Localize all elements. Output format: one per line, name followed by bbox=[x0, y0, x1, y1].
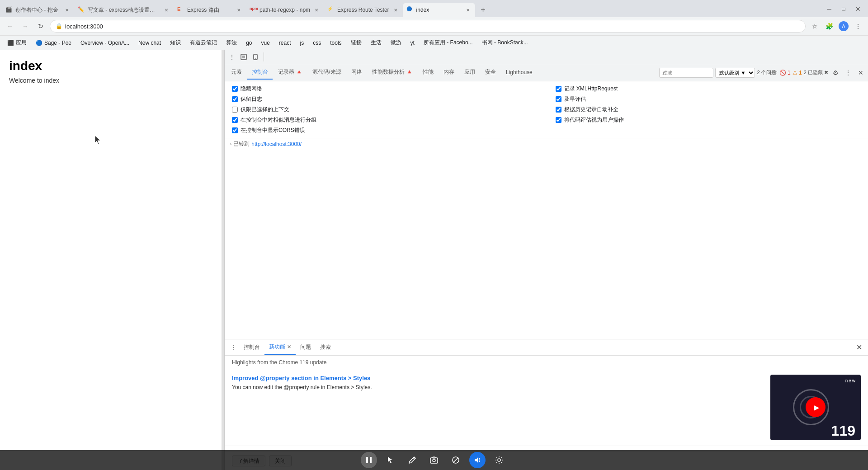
devtools-inspect-button[interactable] bbox=[238, 52, 249, 62]
pause-toolbar-button[interactable] bbox=[361, 452, 377, 468]
bookmark-zhishi[interactable]: 知识 bbox=[166, 38, 184, 48]
devtools-tab-recorder[interactable]: 记录器 🔺 bbox=[274, 66, 307, 80]
devtools-tab-lighthouse[interactable]: Lighthouse bbox=[501, 66, 537, 80]
devtools-menu-button[interactable]: ⋮ bbox=[226, 52, 237, 62]
forward-button[interactable]: → bbox=[19, 20, 32, 33]
bookmark-yt[interactable]: yt bbox=[407, 38, 418, 48]
bookmark-bookstack[interactable]: 书网 - BookStack... bbox=[478, 38, 532, 48]
separator-1 bbox=[264, 52, 264, 61]
tab-close-1[interactable]: ✕ bbox=[63, 6, 71, 14]
bookmark-js[interactable]: js bbox=[297, 38, 308, 48]
audio-toolbar-button[interactable] bbox=[469, 452, 486, 468]
cors-errors-checkbox[interactable] bbox=[232, 127, 238, 133]
console-filter-input[interactable] bbox=[659, 68, 713, 78]
devtools-tab-application[interactable]: 应用 bbox=[460, 66, 480, 80]
tab-index[interactable]: 🔵 index ✕ bbox=[403, 3, 475, 17]
bookmark-life[interactable]: 生活 bbox=[367, 38, 385, 48]
reload-button[interactable]: ↻ bbox=[34, 20, 47, 33]
devtools-tab-performance[interactable]: 性能 bbox=[418, 66, 438, 80]
devtools-tab-sources[interactable]: 源代码/来源 bbox=[308, 66, 345, 80]
tab-article[interactable]: ✏️ 写文章 - express动态设置路由... ✕ bbox=[74, 3, 174, 17]
back-button[interactable]: ← bbox=[4, 20, 16, 33]
tab-close-5[interactable]: ✕ bbox=[392, 6, 399, 14]
block-toolbar-button[interactable] bbox=[448, 452, 464, 468]
tab-express[interactable]: E Express 路由 ✕ bbox=[174, 3, 246, 17]
console-content: › 已转到 http://localhost:3000/ bbox=[225, 138, 868, 339]
devtools-device-button[interactable] bbox=[250, 52, 261, 62]
bookmark-youdao[interactable]: 有道云笔记 bbox=[186, 38, 221, 48]
svg-line-11 bbox=[453, 458, 458, 463]
cors-errors-label: 在控制台中显示CORS错误 bbox=[241, 127, 305, 134]
bookmark-poe[interactable]: 🔵 Sage - Poe bbox=[32, 38, 75, 48]
devtools-close-button[interactable]: ✕ bbox=[855, 67, 866, 78]
bookmark-tools[interactable]: tools bbox=[326, 38, 345, 48]
svg-rect-5 bbox=[370, 457, 372, 463]
tab-favicon-3: E bbox=[177, 6, 184, 14]
tab-close-2[interactable]: ✕ bbox=[163, 6, 170, 14]
hide-network-checkbox[interactable] bbox=[232, 86, 238, 92]
settings-toolbar-button[interactable] bbox=[491, 452, 507, 468]
webpage-area: index Welcome to index bbox=[0, 50, 222, 470]
bookmark-game[interactable]: 微游 bbox=[387, 38, 405, 48]
devtools-tab-console[interactable]: 控制台 bbox=[247, 66, 273, 80]
bottom-whats-new-close[interactable]: ✕ bbox=[287, 344, 291, 350]
treat-eval-checkbox[interactable] bbox=[556, 117, 561, 123]
bookmark-css[interactable]: css bbox=[309, 38, 325, 48]
bookmark-vue[interactable]: vue bbox=[257, 38, 273, 48]
bookmark-go[interactable]: go bbox=[242, 38, 255, 48]
bookmark-react[interactable]: react bbox=[275, 38, 295, 48]
log-xhr-checkbox[interactable] bbox=[556, 86, 561, 92]
bookmark-chat[interactable]: New chat bbox=[135, 38, 165, 48]
bottom-panel-menu-button[interactable]: ⋮ bbox=[228, 342, 239, 353]
tab-create[interactable]: 🎬 创作者中心 - 挖金 ✕ bbox=[2, 3, 74, 17]
profile-button[interactable]: A bbox=[837, 20, 850, 33]
selected-context-checkbox[interactable] bbox=[232, 107, 238, 113]
bottom-tab-search[interactable]: 搜索 bbox=[316, 340, 335, 355]
devtools-tab-security[interactable]: 安全 bbox=[481, 66, 500, 80]
camera-toolbar-button[interactable] bbox=[426, 452, 442, 468]
extensions-button[interactable]: 🧩 bbox=[823, 20, 835, 33]
devtools-settings-button[interactable]: ⚙ bbox=[830, 67, 841, 78]
tab-npm[interactable]: npm path-to-regexp - npm ✕ bbox=[246, 3, 324, 17]
warn-icon: ⚠ bbox=[793, 70, 797, 76]
new-tab-button[interactable]: + bbox=[477, 4, 490, 16]
minimize-button[interactable]: ─ bbox=[823, 3, 835, 15]
preserve-log-checkbox[interactable] bbox=[232, 96, 238, 102]
nav-bar: ← → ↻ 🔒 localhost:3000 ☆ 🧩 A ⋮ bbox=[0, 17, 868, 35]
bookmark-links[interactable]: 链接 bbox=[347, 38, 365, 48]
pen-toolbar-button[interactable] bbox=[404, 452, 420, 468]
bottom-tab-whats-new[interactable]: 新功能 ✕ bbox=[264, 340, 296, 355]
devtools-more-button[interactable]: ⋮ bbox=[843, 67, 854, 78]
group-similar-checkbox[interactable] bbox=[232, 117, 238, 123]
bookmark-apps[interactable]: ⬛ 应用 bbox=[4, 38, 30, 48]
tab-route-tester[interactable]: ⚡ Express Route Tester ✕ bbox=[324, 3, 403, 17]
bookmark-algo[interactable]: 算法 bbox=[222, 38, 241, 48]
devtools-tab-performance-insights[interactable]: 性能数据分析 🔺 bbox=[368, 66, 417, 80]
bottom-panel-close-button[interactable]: ✕ bbox=[854, 342, 864, 353]
setting-log-xhr: 记录 XMLHttpRequest bbox=[556, 85, 861, 93]
bookmark-openai[interactable]: Overview - OpenA... bbox=[77, 38, 133, 48]
devtools-tab-elements[interactable]: 元素 bbox=[226, 66, 246, 80]
redirect-link[interactable]: http://localhost:3000/ bbox=[251, 141, 302, 147]
tab-close-4[interactable]: ✕ bbox=[313, 6, 320, 14]
menu-button[interactable]: ⋮ bbox=[852, 20, 864, 33]
tab-close-3[interactable]: ✕ bbox=[235, 6, 242, 14]
bookmark-facebook[interactable]: 所有应用 - Facebo... bbox=[420, 38, 476, 48]
close-window-button[interactable]: ✕ bbox=[852, 3, 864, 15]
whats-new-item-1-title[interactable]: Improved @property section in Elements >… bbox=[232, 375, 763, 381]
address-bar[interactable]: 🔒 localhost:3000 bbox=[50, 20, 806, 33]
bookmark-game-label: 微游 bbox=[391, 39, 401, 47]
devtools-tab-network[interactable]: 网络 bbox=[347, 66, 367, 80]
autocomplete-checkbox[interactable] bbox=[556, 107, 561, 113]
maximize-button[interactable]: □ bbox=[837, 3, 850, 15]
eager-eval-checkbox[interactable] bbox=[556, 96, 561, 102]
tab-close-6[interactable]: ✕ bbox=[464, 6, 472, 14]
bottom-tab-console[interactable]: 控制台 bbox=[239, 340, 264, 355]
log-level-selector[interactable]: 默认级别 ▼ bbox=[715, 68, 755, 78]
thumb-play-button[interactable] bbox=[806, 397, 826, 417]
expand-arrow[interactable]: › bbox=[230, 141, 231, 146]
devtools-tab-memory[interactable]: 内存 bbox=[439, 66, 459, 80]
cursor-toolbar-button[interactable] bbox=[382, 452, 399, 468]
bookmark-star-button[interactable]: ☆ bbox=[808, 20, 821, 33]
bottom-tab-issues[interactable]: 问题 bbox=[296, 340, 316, 355]
